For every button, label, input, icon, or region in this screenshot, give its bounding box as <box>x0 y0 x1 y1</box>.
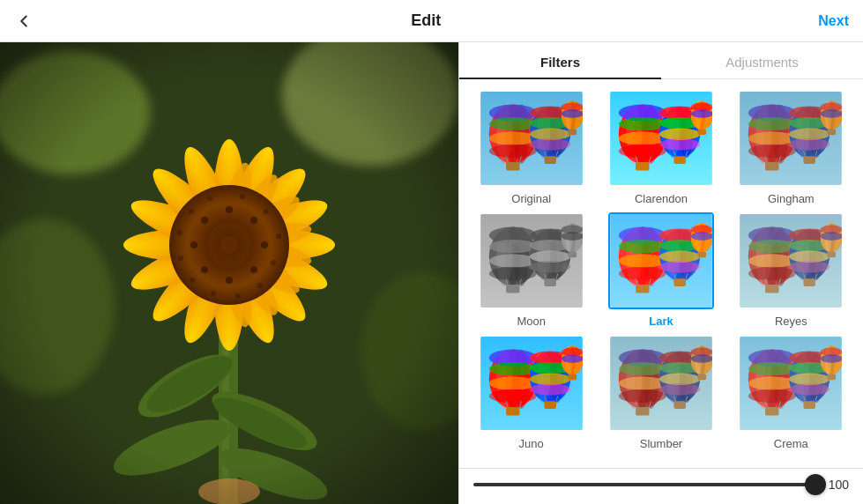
svg-rect-206 <box>697 251 706 257</box>
svg-point-292 <box>691 354 712 363</box>
svg-point-69 <box>488 131 536 145</box>
filter-thumb-original <box>479 90 584 187</box>
svg-point-184 <box>619 240 666 253</box>
svg-rect-198 <box>673 278 685 286</box>
svg-rect-227 <box>804 278 815 286</box>
svg-point-242 <box>488 362 536 375</box>
next-button[interactable]: Next <box>818 13 849 29</box>
svg-rect-293 <box>697 374 706 380</box>
svg-point-234 <box>821 232 842 241</box>
svg-rect-314 <box>804 401 815 409</box>
filter-thumb-lark <box>608 212 714 309</box>
svg-rect-129 <box>765 162 778 171</box>
svg-point-300 <box>748 362 796 375</box>
svg-point-68 <box>488 117 536 130</box>
slider-area: 100 <box>459 468 863 504</box>
sunflower-image <box>0 42 458 504</box>
svg-rect-148 <box>828 129 837 135</box>
svg-rect-187 <box>636 285 649 293</box>
filter-item-clarendon[interactable]: Clarendon <box>599 90 722 205</box>
slider-value: 100 <box>824 478 849 492</box>
main-area: Filters Adjustments <box>0 42 863 504</box>
filter-thumb-gingham <box>738 90 844 187</box>
svg-point-81 <box>530 138 570 150</box>
filter-thumb-clarendon <box>608 90 714 187</box>
svg-point-313 <box>789 383 830 395</box>
svg-point-225 <box>789 250 830 262</box>
back-button[interactable] <box>14 11 33 31</box>
svg-point-255 <box>530 383 570 395</box>
filter-item-gingham[interactable]: Gingham <box>730 90 852 205</box>
svg-point-155 <box>488 240 536 253</box>
svg-rect-303 <box>765 407 778 416</box>
svg-point-283 <box>659 373 700 384</box>
svg-point-176 <box>561 232 582 241</box>
svg-point-271 <box>619 362 666 375</box>
filter-grid: Original <box>466 90 856 450</box>
tab-filters[interactable]: Filters <box>459 42 661 78</box>
svg-point-213 <box>748 240 796 253</box>
svg-point-321 <box>821 354 842 363</box>
svg-point-126 <box>748 117 796 130</box>
svg-rect-71 <box>506 162 519 171</box>
svg-point-205 <box>691 232 712 241</box>
svg-rect-322 <box>828 374 837 380</box>
filter-intensity-slider[interactable] <box>473 483 815 486</box>
filter-label-slumber: Slumber <box>640 437 682 450</box>
filter-thumb-slumber <box>608 335 714 432</box>
header: Edit Next <box>0 0 863 42</box>
svg-point-147 <box>821 109 842 118</box>
svg-point-226 <box>789 261 830 272</box>
svg-rect-82 <box>544 156 555 164</box>
filter-item-crema[interactable]: Crema <box>730 335 852 450</box>
filter-item-moon[interactable]: Moon <box>470 212 592 328</box>
svg-point-127 <box>748 131 796 145</box>
svg-point-273 <box>619 389 666 403</box>
filter-label-lark: Lark <box>649 315 673 328</box>
svg-point-196 <box>659 250 700 262</box>
filter-thumb-juno <box>479 335 584 432</box>
svg-point-243 <box>488 376 536 389</box>
filter-label-gingham: Gingham <box>768 192 815 205</box>
svg-rect-111 <box>673 156 685 164</box>
filter-label-clarendon: Clarendon <box>635 192 688 205</box>
tab-adjustments[interactable]: Adjustments <box>661 42 863 78</box>
svg-point-185 <box>619 254 666 267</box>
filter-label-moon: Moon <box>517 315 546 328</box>
svg-point-110 <box>659 138 700 150</box>
filter-item-lark[interactable]: Lark <box>599 212 722 328</box>
tabs-bar: Filters Adjustments <box>459 42 863 79</box>
svg-point-197 <box>659 261 700 272</box>
svg-rect-158 <box>506 285 519 293</box>
svg-rect-61 <box>0 42 458 504</box>
svg-point-244 <box>488 389 536 403</box>
svg-rect-256 <box>544 401 555 409</box>
filter-item-slumber[interactable]: Slumber <box>599 335 722 450</box>
svg-point-118 <box>691 109 712 118</box>
filter-item-original[interactable]: Original <box>470 90 592 205</box>
svg-point-312 <box>789 373 830 384</box>
svg-rect-264 <box>568 374 577 380</box>
svg-point-215 <box>748 267 796 280</box>
svg-point-139 <box>789 138 830 150</box>
svg-rect-169 <box>544 278 555 286</box>
svg-rect-90 <box>568 129 577 135</box>
svg-rect-216 <box>765 285 778 293</box>
svg-point-302 <box>748 389 796 403</box>
filter-panel: Filters Adjustments <box>458 42 863 504</box>
svg-point-284 <box>659 383 700 395</box>
svg-point-156 <box>488 254 536 267</box>
svg-rect-140 <box>804 156 815 164</box>
svg-point-214 <box>748 254 796 267</box>
svg-point-97 <box>619 117 666 130</box>
svg-rect-100 <box>636 162 649 171</box>
svg-point-70 <box>488 145 536 158</box>
filter-thumb-moon <box>479 212 584 309</box>
svg-point-98 <box>619 131 666 145</box>
filter-item-reyes[interactable]: Reyes <box>730 212 852 328</box>
filter-grid-wrapper[interactable]: Original <box>459 79 863 468</box>
svg-rect-119 <box>697 129 706 135</box>
svg-point-89 <box>561 109 582 118</box>
svg-point-157 <box>488 267 536 280</box>
filter-item-juno[interactable]: Juno <box>470 335 592 450</box>
